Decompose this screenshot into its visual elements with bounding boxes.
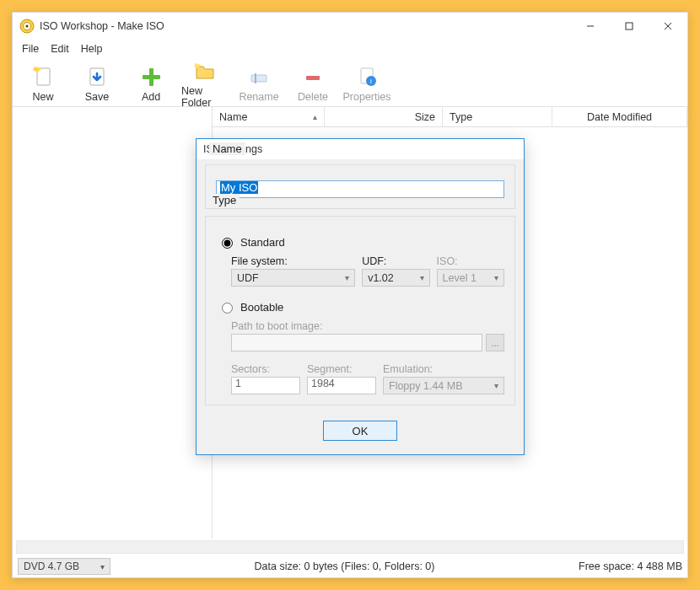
menu-edit[interactable]: Edit xyxy=(45,41,75,56)
horizontal-scrollbar[interactable] xyxy=(16,540,684,554)
group-name: Name My ISO xyxy=(205,164,515,209)
udf-label: UDF: xyxy=(362,255,429,267)
status-freespace: Free space: 4 488 MB xyxy=(579,560,682,572)
iso-settings-dialog: ISO Settings Name My ISO Type Standard F… xyxy=(196,138,525,455)
bootpath-input xyxy=(231,334,482,351)
delete-label: Delete xyxy=(298,91,328,103)
svg-point-2 xyxy=(25,24,28,27)
chevron-down-icon: ▾ xyxy=(494,381,498,390)
new-label: New xyxy=(32,91,53,103)
rename-icon xyxy=(246,64,272,89)
segment-label: Segment: xyxy=(307,363,376,375)
browse-button: ... xyxy=(486,334,504,351)
radio-bootable[interactable]: Bootable xyxy=(218,300,504,314)
toolbar: New Save Add New Folder Rename Delete i … xyxy=(13,58,687,107)
column-headers: Name▴ Size Type Date Modified xyxy=(213,107,687,127)
maximize-button[interactable] xyxy=(610,13,649,40)
chevron-down-icon: ▾ xyxy=(494,273,498,282)
emulation-label: Emulation: xyxy=(383,363,504,375)
close-button[interactable] xyxy=(649,13,687,40)
window-title: ISO Workshop - Make ISO xyxy=(40,20,571,32)
svg-rect-4 xyxy=(626,23,633,30)
group-type: Type Standard File system: UDF▾ UDF: v1.… xyxy=(205,216,515,405)
group-type-label: Type xyxy=(209,194,240,206)
new-icon xyxy=(30,64,56,89)
filesystem-label: File system: xyxy=(231,255,355,267)
titlebar: ISO Workshop - Make ISO xyxy=(13,13,687,40)
col-date[interactable]: Date Modified xyxy=(552,107,687,126)
sectors-label: Sectors: xyxy=(231,363,300,375)
ok-button[interactable]: OK xyxy=(323,421,397,441)
svg-rect-12 xyxy=(143,75,160,79)
menubar: File Edit Help xyxy=(13,40,687,58)
rename-label: Rename xyxy=(239,91,278,103)
radio-standard-input[interactable] xyxy=(222,238,233,249)
properties-label: Properties xyxy=(343,91,391,103)
new-folder-button[interactable]: New Folder xyxy=(181,58,229,109)
dialog-title: ISO Settings xyxy=(197,139,524,159)
iso-name-input[interactable]: My ISO xyxy=(216,180,504,198)
folder-icon xyxy=(192,58,218,83)
col-type[interactable]: Type xyxy=(443,107,552,126)
add-button[interactable]: Add xyxy=(127,64,175,103)
radio-bootable-input[interactable] xyxy=(222,303,233,314)
radio-standard[interactable]: Standard xyxy=(218,235,504,249)
sort-indicator-icon: ▴ xyxy=(313,112,317,121)
new-folder-label: New Folder xyxy=(181,85,229,109)
group-name-label: Name xyxy=(209,142,245,155)
properties-button[interactable]: i Properties xyxy=(343,64,390,103)
col-size[interactable]: Size xyxy=(325,107,443,126)
menu-help[interactable]: Help xyxy=(75,41,109,56)
svg-text:i: i xyxy=(370,78,372,85)
add-icon xyxy=(138,64,164,89)
app-window: ISO Workshop - Make ISO File Edit Help N… xyxy=(12,12,688,578)
menu-file[interactable]: File xyxy=(16,41,45,56)
col-name[interactable]: Name▴ xyxy=(213,107,325,126)
svg-rect-14 xyxy=(251,75,267,82)
save-label: Save xyxy=(85,91,110,103)
delete-button[interactable]: Delete xyxy=(289,64,337,103)
status-bar: DVD 4.7 GB▾ Data size: 0 bytes (Files: 0… xyxy=(13,555,687,577)
new-button[interactable]: New xyxy=(19,64,67,103)
app-icon xyxy=(19,19,35,34)
properties-icon: i xyxy=(354,64,380,89)
status-datasize: Data size: 0 bytes (Files: 0, Folders: 0… xyxy=(110,560,579,572)
tree-pane[interactable] xyxy=(13,107,213,539)
rename-button[interactable]: Rename xyxy=(235,64,283,103)
sectors-input: 1 xyxy=(231,377,300,394)
bootpath-label: Path to boot image: xyxy=(231,320,504,332)
udf-select[interactable]: v1.02▾ xyxy=(362,269,429,287)
save-button[interactable]: Save xyxy=(73,64,121,103)
delete-icon xyxy=(300,64,326,89)
svg-rect-16 xyxy=(306,76,320,80)
minimize-button[interactable] xyxy=(571,13,610,40)
iso-label: ISO: xyxy=(437,255,504,267)
chevron-down-icon: ▾ xyxy=(420,273,424,282)
iso-select: Level 1▾ xyxy=(437,269,504,287)
chevron-down-icon: ▾ xyxy=(100,562,105,571)
save-icon xyxy=(84,64,110,89)
filesystem-select[interactable]: UDF▾ xyxy=(231,269,355,287)
chevron-down-icon: ▾ xyxy=(345,273,349,282)
add-label: Add xyxy=(142,91,160,103)
segment-input: 1984 xyxy=(307,377,376,394)
media-select[interactable]: DVD 4.7 GB▾ xyxy=(18,558,110,575)
emulation-select: Floppy 1.44 MB▾ xyxy=(383,377,504,394)
